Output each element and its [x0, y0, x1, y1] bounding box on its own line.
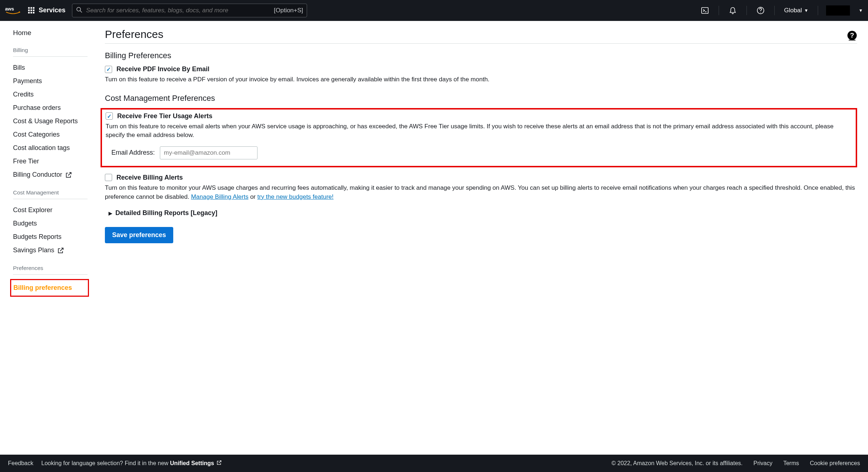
- sidebar-item-cost-explorer[interactable]: Cost Explorer: [13, 203, 88, 217]
- svg-line-11: [80, 10, 82, 12]
- link-try-budgets[interactable]: try the new budgets feature!: [258, 193, 334, 200]
- section-title-cost-mgmt-prefs: Cost Management Preferences: [105, 94, 857, 103]
- link-label: Unified Settings: [170, 460, 214, 467]
- divider: [719, 6, 719, 15]
- footer-privacy-link[interactable]: Privacy: [753, 460, 772, 467]
- svg-point-10: [77, 7, 81, 11]
- services-button[interactable]: Services: [27, 7, 65, 14]
- triangle-right-icon: ▶: [109, 210, 112, 216]
- pref-title: Receive PDF Invoice By Email: [116, 65, 209, 73]
- caret-down-icon: ▼: [804, 8, 808, 13]
- svg-rect-7: [28, 12, 30, 13]
- sidebar-item-purchase-orders[interactable]: Purchase orders: [13, 101, 88, 115]
- svg-rect-5: [30, 9, 32, 11]
- cloudshell-icon: [701, 7, 709, 14]
- divider: [818, 6, 818, 15]
- cloudshell-button[interactable]: [698, 3, 712, 18]
- svg-rect-1: [28, 7, 30, 9]
- sidebar-item-savings-plans[interactable]: Savings Plans: [13, 244, 88, 257]
- sidebar-item-cost-usage-reports[interactable]: Cost & Usage Reports: [13, 115, 88, 128]
- svg-rect-4: [28, 9, 30, 11]
- expander-detailed-billing-reports[interactable]: ▶ Detailed Billing Reports [Legacy]: [105, 209, 857, 217]
- sidebar-item-label: Credits: [13, 91, 34, 98]
- footer-text: Looking for language selection? Find it …: [41, 460, 170, 466]
- sidebar-item-cost-categories[interactable]: Cost Categories: [13, 128, 88, 141]
- sidebar-item-free-tier[interactable]: Free Tier: [13, 155, 88, 168]
- section-title-billing-prefs: Billing Preferences: [105, 51, 857, 60]
- divider: [774, 6, 775, 15]
- svg-rect-3: [33, 7, 34, 9]
- sidebar-item-credits[interactable]: Credits: [13, 88, 88, 101]
- sidebar-section-preferences: Preferences: [13, 265, 88, 271]
- email-input[interactable]: [160, 146, 258, 159]
- footer-terms-link[interactable]: Terms: [783, 460, 799, 467]
- sidebar-item-cost-allocation-tags[interactable]: Cost allocation tags: [13, 141, 88, 155]
- sidebar-item-label: Cost Explorer: [13, 206, 52, 214]
- region-selector[interactable]: Global ▼: [781, 7, 811, 14]
- sidebar-item-label: Budgets Reports: [13, 233, 61, 241]
- checkbox-billing-alerts[interactable]: [105, 174, 112, 181]
- external-link-icon: [57, 247, 64, 254]
- pref-description: Turn on this feature to receive a PDF ve…: [105, 75, 857, 84]
- search-box[interactable]: [Option+S]: [72, 4, 307, 17]
- sidebar-item-payments[interactable]: Payments: [13, 74, 88, 88]
- external-link-icon: [216, 460, 222, 467]
- footer-cookie-prefs-link[interactable]: Cookie preferences: [810, 460, 860, 467]
- region-label: Global: [784, 7, 802, 14]
- top-header: aws Services [Option+S] Global ▼ ▼: [0, 0, 868, 21]
- pref-billing-alerts: Receive Billing Alerts Turn on this feat…: [105, 174, 857, 201]
- help-button[interactable]: [753, 3, 768, 18]
- sidebar-item-label: Savings Plans: [13, 246, 54, 254]
- sidebar-item-bills[interactable]: Bills: [13, 61, 88, 74]
- svg-rect-9: [33, 12, 34, 13]
- sidebar-item-billing-preferences[interactable]: Billing preferences: [13, 281, 86, 295]
- sidebar-item-budgets[interactable]: Budgets: [13, 217, 88, 230]
- search-hotkey: [Option+S]: [274, 7, 303, 14]
- pref-description: Turn on this feature to receive email al…: [106, 122, 852, 140]
- divider: [13, 56, 88, 57]
- footer: Feedback Looking for language selection?…: [0, 455, 868, 472]
- notifications-button[interactable]: [726, 3, 740, 18]
- footer-feedback-link[interactable]: Feedback: [8, 460, 33, 467]
- services-label: Services: [39, 7, 65, 14]
- caret-down-icon[interactable]: ▼: [859, 8, 863, 13]
- svg-rect-2: [30, 7, 32, 9]
- svg-point-15: [760, 12, 761, 12]
- pref-pdf-invoice: Receive PDF Invoice By Email Turn on thi…: [105, 65, 857, 84]
- svg-rect-8: [30, 12, 32, 13]
- checkbox-pdf-invoice[interactable]: [105, 66, 112, 73]
- pref-description: Turn on this feature to monitor your AWS…: [105, 184, 857, 201]
- sidebar-item-label: Budgets: [13, 220, 37, 227]
- sidebar-home[interactable]: Home: [13, 29, 88, 37]
- text-or: or: [248, 193, 258, 200]
- footer-lang-prompt: Looking for language selection? Find it …: [41, 460, 222, 467]
- email-label: Email Address:: [111, 149, 155, 156]
- sidebar-item-billing-conductor[interactable]: Billing Conductor: [13, 168, 88, 181]
- sidebar-item-label: Purchase orders: [13, 104, 61, 112]
- page-help-button[interactable]: ?: [847, 30, 857, 40]
- sidebar: Home Billing Bills Payments Credits Purc…: [0, 21, 94, 455]
- divider: [13, 274, 88, 275]
- sidebar-item-label: Bills: [13, 64, 25, 72]
- link-manage-billing-alerts[interactable]: Manage Billing Alerts: [191, 193, 248, 200]
- sidebar-item-label: Free Tier: [13, 158, 39, 165]
- sidebar-item-label: Cost & Usage Reports: [13, 117, 78, 125]
- footer-unified-settings-link[interactable]: Unified Settings: [170, 460, 222, 467]
- sidebar-item-label: Billing Conductor: [13, 171, 62, 179]
- aws-logo[interactable]: aws: [5, 5, 21, 16]
- sidebar-section-cost-management: Cost Management: [13, 189, 88, 196]
- checkbox-free-tier-alerts[interactable]: [106, 112, 113, 120]
- grid-icon: [27, 7, 35, 14]
- sidebar-item-budgets-reports[interactable]: Budgets Reports: [13, 230, 88, 244]
- highlight-annotation: Receive Free Tier Usage Alerts Turn on t…: [101, 108, 857, 167]
- sidebar-item-label: Cost Categories: [13, 131, 60, 138]
- help-icon: [757, 7, 765, 14]
- save-preferences-button[interactable]: Save preferences: [105, 227, 173, 243]
- divider: [746, 6, 747, 15]
- account-menu[interactable]: [826, 5, 850, 16]
- svg-text:?: ?: [850, 31, 854, 39]
- expander-label: Detailed Billing Reports [Legacy]: [115, 209, 217, 217]
- search-input[interactable]: [86, 7, 270, 14]
- main-content: Preferences ? Billing Preferences Receiv…: [94, 21, 868, 455]
- search-icon: [76, 7, 82, 14]
